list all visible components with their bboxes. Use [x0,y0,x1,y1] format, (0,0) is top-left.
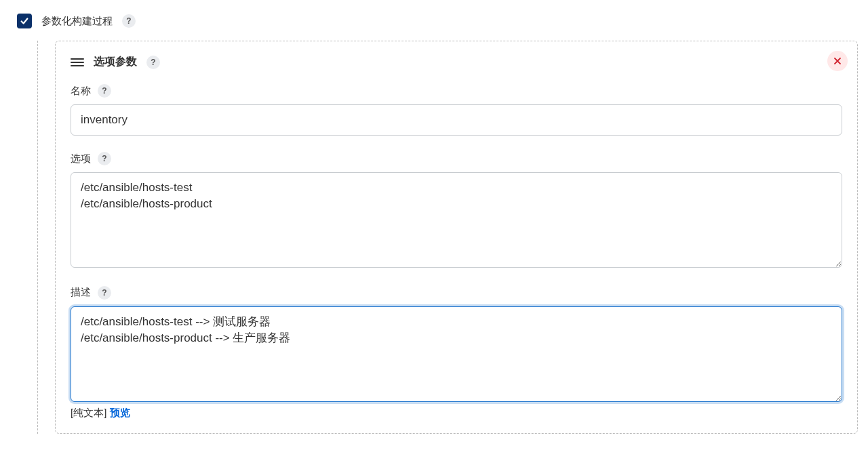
parameter-header: 选项参数 ? [71,55,842,69]
options-textarea[interactable] [71,172,842,268]
preview-link[interactable]: 预览 [110,407,130,418]
drag-handle-icon[interactable] [71,58,84,67]
description-label: 描述 [71,286,91,299]
parameterized-build-checkbox[interactable] [17,14,32,28]
delete-parameter-button[interactable] [827,51,848,71]
name-field-group: 名称 ? [71,84,842,136]
parameterized-build-row: 参数化构建过程 ? [17,14,858,28]
help-icon[interactable]: ? [122,14,136,28]
description-textarea[interactable] [71,306,842,402]
parameter-title: 选项参数 [94,55,137,69]
options-field-group: 选项 ? [71,152,842,270]
help-icon[interactable]: ? [98,84,111,98]
description-field-group: 描述 ? [纯文本] 预览 [71,286,842,420]
options-label: 选项 [71,153,91,165]
description-format-label: [纯文本] [71,407,110,418]
check-icon [20,16,29,26]
name-label: 名称 [71,85,91,98]
help-icon[interactable]: ? [98,286,111,300]
choice-parameter-box: 选项参数 ? 名称 ? 选项 ? 描述 ? [纯文本] 预览 [55,41,858,434]
params-container: 选项参数 ? 名称 ? 选项 ? 描述 ? [纯文本] 预览 [37,41,858,434]
close-icon [833,57,842,65]
description-footer: [纯文本] 预览 [71,407,842,420]
name-label-row: 名称 ? [71,84,842,98]
description-label-row: 描述 ? [71,286,842,300]
name-input[interactable] [71,104,842,136]
help-icon[interactable]: ? [98,152,111,165]
options-label-row: 选项 ? [71,152,842,165]
help-icon[interactable]: ? [146,56,160,69]
parameterized-build-label: 参数化构建过程 [41,15,113,28]
